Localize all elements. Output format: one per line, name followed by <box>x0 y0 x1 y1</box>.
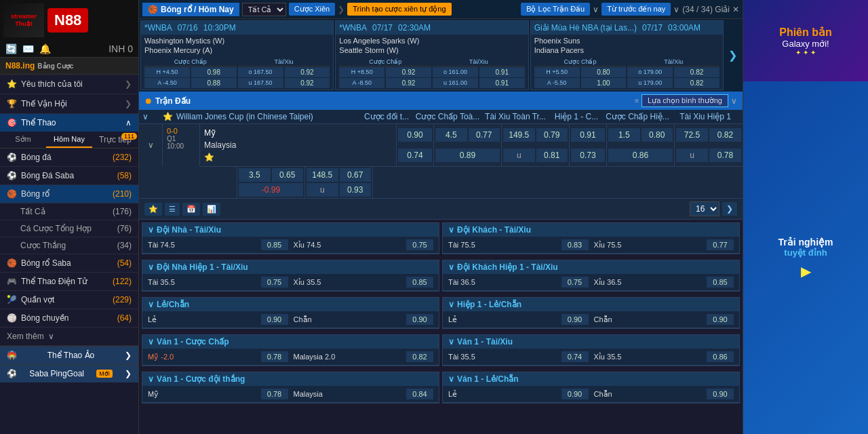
tai-xiu-hiep-u-odds[interactable]: 0.78 <box>709 149 741 162</box>
bet-van1-le-chan-header[interactable]: ∨ Ván 1 - Lẻ/Chẵn <box>443 372 739 386</box>
sidebar-item-bong-da-saba[interactable]: ⚽Bóng Đá Saba(58) <box>0 167 138 185</box>
calendar-action-btn[interactable]: 📅 <box>182 203 200 216</box>
sidebar-saba-ping[interactable]: ⚽ Saba PingGoal Mới ❯ <box>0 364 138 382</box>
bet-doi-nha-hiep1-header[interactable]: ∨ Đội Nhà Hiệp 1 - Tài/Xiu <box>142 260 439 274</box>
bell-icon[interactable]: 🔔 <box>39 43 51 54</box>
bet-dk-h1-val2[interactable]: 0.85 <box>707 277 734 288</box>
bet-v1-le-val[interactable]: 0.90 <box>561 389 589 399</box>
sidebar-item-tat-ca[interactable]: Tất Cả(176) <box>0 203 138 220</box>
bet-doi-khach-hiep1-header[interactable]: ∨ Đội Khách Hiệp 1 - Tài/Xiu <box>443 260 739 274</box>
list-action-btn[interactable]: ☰ <box>165 203 180 216</box>
trinh-tao-btn[interactable]: Trình tạo cược xiên tự động <box>347 3 451 16</box>
bet-h1-chan-label: Chẵn <box>594 315 707 324</box>
bet-doi-khach-header[interactable]: ∨ Đội Khách - Tài/Xiu <box>443 223 739 237</box>
tai-xiu-val[interactable]: 149.5 <box>503 128 535 142</box>
balance: INH 0 <box>108 43 133 54</box>
tai-xiu-odds[interactable]: 0.79 <box>536 128 568 142</box>
topbar-title: 🏀 Bóng rổ / Hôm Nay <box>142 3 239 16</box>
chap-hiep-h[interactable]: 1.5 <box>608 128 640 142</box>
sidebar-item-bong-ro[interactable]: 🏀Bóng rổ(210) <box>0 185 138 203</box>
bet-doi-nha-header[interactable]: ∨ Đội Nhà - Tài/Xiu <box>142 223 439 237</box>
bet-dn-h1-label1: Tài 35.5 <box>148 278 261 286</box>
sidebar-item-favorites[interactable]: ⭐ Yêu thích của tôi ❯ <box>0 75 138 94</box>
bet-row-4: ∨ Ván 1 - Cược Chấp Mỹ -2.0 0.78 Malaysi… <box>139 332 743 369</box>
bet-van1-my-val[interactable]: 0.78 <box>261 351 288 362</box>
bet-doi-thang-mala-val[interactable]: 0.84 <box>406 389 433 399</box>
tai-xiu-hiep-odds[interactable]: 0.82 <box>709 128 741 142</box>
extra-tai-odds[interactable]: 0.93 <box>340 183 372 197</box>
tab-som[interactable]: Sớm <box>0 132 46 148</box>
tai-xiu-hiep-u[interactable]: u <box>676 149 708 162</box>
tai-xiu-u[interactable]: u <box>503 149 535 162</box>
sidebar-item-olympic[interactable]: 🏆 Thế Vận Hội ❯ <box>0 94 138 114</box>
extra-tai-val1[interactable]: 148.5 <box>307 168 338 182</box>
chap-hiep-h-odds[interactable]: 0.80 <box>642 128 673 142</box>
sidebar-item-tennis[interactable]: 🎾Quần vợt(229) <box>0 291 138 309</box>
tai-xiu-hiep-val[interactable]: 72.5 <box>676 128 708 142</box>
chap-h-line[interactable]: 4.5 <box>435 128 467 142</box>
bet-van1-tai-val[interactable]: 0.74 <box>561 351 589 362</box>
chap-a-line[interactable]: 0.89 <box>435 149 500 162</box>
ad-box-1[interactable]: Phiên bản Galaxy mới! ✦ ✦ ✦ <box>743 0 868 81</box>
bet-dn-h1-val1[interactable]: 0.75 <box>261 277 288 288</box>
tab-hom-nay[interactable]: Hôm Nay <box>46 132 92 148</box>
sidebar-item-bong-ro-saba[interactable]: 🏀Bóng rổ Saba(54) <box>0 254 138 273</box>
bet-van1-doi-thang-header[interactable]: ∨ Ván 1 - Cược đội thắng <box>142 372 439 386</box>
lua-chon-btn[interactable]: Lựa chọn bình thường <box>642 94 728 107</box>
chap-h-odds[interactable]: 0.77 <box>469 128 500 142</box>
time-filter-btn[interactable]: Từ trước đến nay <box>601 3 671 16</box>
bet-chan-val[interactable]: 0.90 <box>406 314 433 325</box>
bet-van1-xiu-val[interactable]: 0.86 <box>707 351 734 362</box>
next-page-btn[interactable]: ❯ <box>722 202 737 216</box>
bet-van1-cuoc-chap-header[interactable]: ∨ Ván 1 - Cược Chấp <box>142 335 439 349</box>
odds-cuoc-doi-h[interactable]: 0.90 <box>398 128 432 142</box>
bo-loc-btn[interactable]: Bộ Lọc Trận Đấu <box>521 3 590 16</box>
bet-doi-nha-val2[interactable]: 0.75 <box>406 239 433 250</box>
star-action-btn[interactable]: ⭐ <box>144 203 162 216</box>
bet-h1-le-val[interactable]: 0.90 <box>561 314 589 325</box>
close-btn[interactable]: ✕ <box>732 5 739 14</box>
page-size-select[interactable]: 16 <box>690 201 719 216</box>
sidebar-item-ca-cuoc-tong-hop[interactable]: Cá Cược Tổng Hợp(76) <box>0 220 138 237</box>
sidebar-the-thao[interactable]: 🎯 Thể Thao ∧ <box>0 114 138 132</box>
bet-doi-thang-my-val[interactable]: 0.78 <box>261 389 288 399</box>
bet-hiep1-le-chan-header[interactable]: ∨ Hiệp 1 - Lẻ/Chẵn <box>443 298 739 311</box>
bet-le-chan-header[interactable]: ∨ Lẻ/Chẵn <box>142 298 439 311</box>
extra-chap-val3[interactable]: -0.99 <box>239 183 303 197</box>
sidebar-item-esports[interactable]: 🎮Thể Thao Điện Tử(122) <box>0 273 138 291</box>
bet-doi-khach-val1[interactable]: 0.83 <box>561 239 589 250</box>
tai-xiu-u-odds[interactable]: 0.81 <box>536 149 568 162</box>
tab-truc-tiep[interactable]: Trực tiếp 111 <box>92 132 138 148</box>
refresh-icon[interactable]: 🔄 <box>5 43 17 54</box>
col-hiep1-c: Hiệp 1 - C... <box>549 112 604 121</box>
extra-tai-val2[interactable]: 0.67 <box>340 168 372 182</box>
bet-dk-h1-label1: Tài 36.5 <box>448 278 561 286</box>
bet-h1-chan-val[interactable]: 0.90 <box>707 314 734 325</box>
sidebar-item-cuoc-thang[interactable]: Cược Thắng(34) <box>0 237 138 254</box>
sidebar-the-thao-ao[interactable]: 🏟️ Thể Thao Ảo ❯ <box>0 346 138 364</box>
bet-dn-h1-val2[interactable]: 0.85 <box>406 277 433 288</box>
sidebar-item-xem-them[interactable]: Xem thêm∨ <box>0 328 138 346</box>
odds-cuoc-doi-a[interactable]: 0.74 <box>398 149 432 162</box>
hiep1-h[interactable]: 0.91 <box>571 128 605 142</box>
cuoc-xien-btn[interactable]: Cược Xiên <box>289 3 336 16</box>
chap-hiep-a-odds[interactable]: 0.86 <box>608 149 673 162</box>
card-next-btn[interactable]: ❯ <box>725 20 741 90</box>
bet-van1-tai-xiu-header[interactable]: ∨ Ván 1 - Tài/Xiu <box>443 335 739 349</box>
message-icon[interactable]: ✉️ <box>22 43 34 54</box>
filter-select[interactable]: Tất Cả <box>242 3 286 16</box>
extra-tai-u[interactable]: u <box>307 183 338 197</box>
hiep1-a[interactable]: 0.73 <box>571 149 605 162</box>
bet-v1-chan-val[interactable]: 0.90 <box>707 389 734 399</box>
extra-chap-val1[interactable]: 3.5 <box>239 168 271 182</box>
sidebar-item-bong-chuyen[interactable]: 🏐Bóng chuyền(64) <box>0 309 138 328</box>
sidebar-item-bong-da[interactable]: ⚽Bóng đá(232) <box>0 149 138 167</box>
bet-doi-nha-val1[interactable]: 0.85 <box>261 239 288 250</box>
bet-doi-khach-val2[interactable]: 0.77 <box>707 239 734 250</box>
chart-action-btn[interactable]: 📊 <box>203 203 220 216</box>
bet-le-val[interactable]: 0.90 <box>261 314 288 325</box>
bet-van1-mala-val[interactable]: 0.82 <box>406 351 433 362</box>
bet-dk-h1-val1[interactable]: 0.75 <box>561 277 589 288</box>
ad-box-2[interactable]: Trải nghiệm tuyệt đỉnh ▶ <box>743 81 868 434</box>
extra-chap-val2[interactable]: 0.65 <box>272 168 304 182</box>
